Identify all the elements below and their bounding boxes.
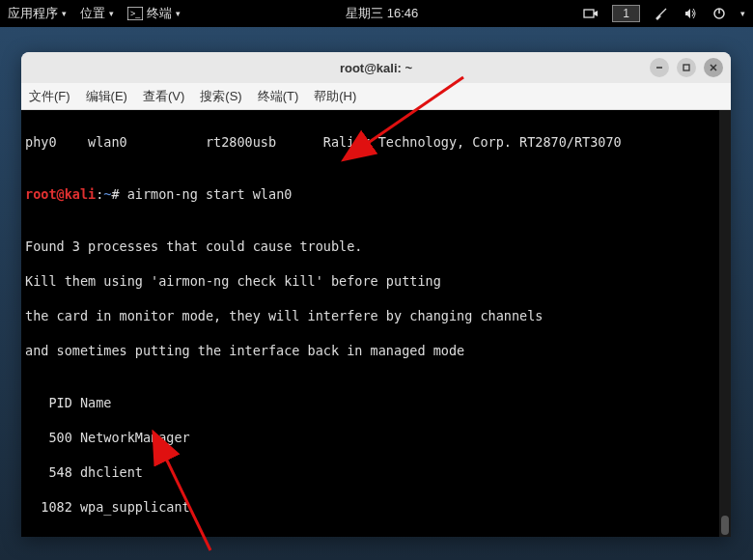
- output-line: the card in monitor mode, they will inte…: [25, 307, 727, 324]
- close-button[interactable]: [704, 58, 723, 77]
- brush-icon[interactable]: [654, 6, 669, 21]
- prompt-user: root@kali: [25, 186, 96, 202]
- applications-menu[interactable]: 应用程序 ▾: [8, 5, 67, 22]
- output-line: 500 NetworkManager: [25, 429, 727, 446]
- menu-help[interactable]: 帮助(H): [314, 88, 356, 105]
- menu-terminal[interactable]: 终端(T): [258, 88, 299, 105]
- chevron-down-icon[interactable]: ▾: [740, 9, 745, 18]
- svg-text:>_: >_: [130, 9, 141, 18]
- maximize-button[interactable]: [677, 58, 696, 77]
- output-line: Found 3 processes that could cause troub…: [25, 238, 727, 255]
- output-line: Kill them using 'airmon-ng check kill' b…: [25, 272, 727, 290]
- terminal-taskbar-item[interactable]: >_ 终端 ▾: [127, 5, 181, 22]
- prompt-line: root@kali:~# airmon-ng start wlan0: [25, 185, 727, 203]
- power-icon[interactable]: [711, 6, 727, 21]
- output-line: phy0 wlan0 rt2800usb Ralink Technology, …: [25, 133, 727, 151]
- output-line: PID Name: [25, 394, 727, 411]
- applications-label: 应用程序: [8, 5, 58, 22]
- output-line: 1082 wpa_supplicant: [25, 498, 727, 516]
- terminal-taskbar-label: 终端: [147, 5, 172, 22]
- minimize-button[interactable]: [650, 58, 669, 77]
- camera-icon[interactable]: [583, 6, 599, 21]
- panel-left: 应用程序 ▾ 位置 ▾ >_ 终端 ▾: [8, 5, 181, 22]
- scrollbar[interactable]: [719, 110, 731, 537]
- menu-view[interactable]: 查看(V): [143, 88, 184, 105]
- chevron-down-icon: ▾: [62, 9, 67, 18]
- clock[interactable]: 星期三 16:46: [346, 5, 418, 22]
- svg-rect-6: [683, 65, 689, 70]
- terminal-window: root@kali: ~ 文件(F) 编辑(E) 查看(V) 搜索(S) 终端(…: [21, 52, 731, 537]
- places-menu[interactable]: 位置 ▾: [80, 5, 114, 22]
- terminal-body[interactable]: phy0 wlan0 rt2800usb Ralink Technology, …: [21, 110, 731, 537]
- prompt-hash: #: [111, 186, 126, 202]
- menu-search[interactable]: 搜索(S): [200, 88, 241, 105]
- terminal-icon: >_: [127, 6, 143, 21]
- panel-right: 1 ▾: [583, 5, 745, 22]
- menu-edit[interactable]: 编辑(E): [86, 88, 127, 105]
- top-panel: 应用程序 ▾ 位置 ▾ >_ 终端 ▾ 星期三 16:46 1: [0, 0, 753, 27]
- panel-center: 星期三 16:46: [346, 5, 418, 22]
- titlebar[interactable]: root@kali: ~: [21, 52, 731, 83]
- workspace-indicator[interactable]: 1: [612, 5, 640, 22]
- output-line: 548 dhclient: [25, 463, 727, 481]
- chevron-down-icon: ▾: [176, 9, 181, 18]
- places-label: 位置: [80, 5, 105, 22]
- menubar: 文件(F) 编辑(E) 查看(V) 搜索(S) 终端(T) 帮助(H): [21, 83, 731, 110]
- chevron-down-icon: ▾: [109, 9, 114, 18]
- menu-file[interactable]: 文件(F): [29, 88, 70, 105]
- command-text: airmon-ng start wlan0: [127, 186, 293, 202]
- window-title: root@kali: ~: [340, 61, 412, 75]
- output-line: and sometimes putting the interface back…: [25, 342, 727, 359]
- scrollbar-thumb[interactable]: [721, 516, 729, 535]
- svg-rect-2: [584, 10, 594, 17]
- window-controls: [650, 58, 723, 77]
- volume-icon[interactable]: [683, 6, 698, 21]
